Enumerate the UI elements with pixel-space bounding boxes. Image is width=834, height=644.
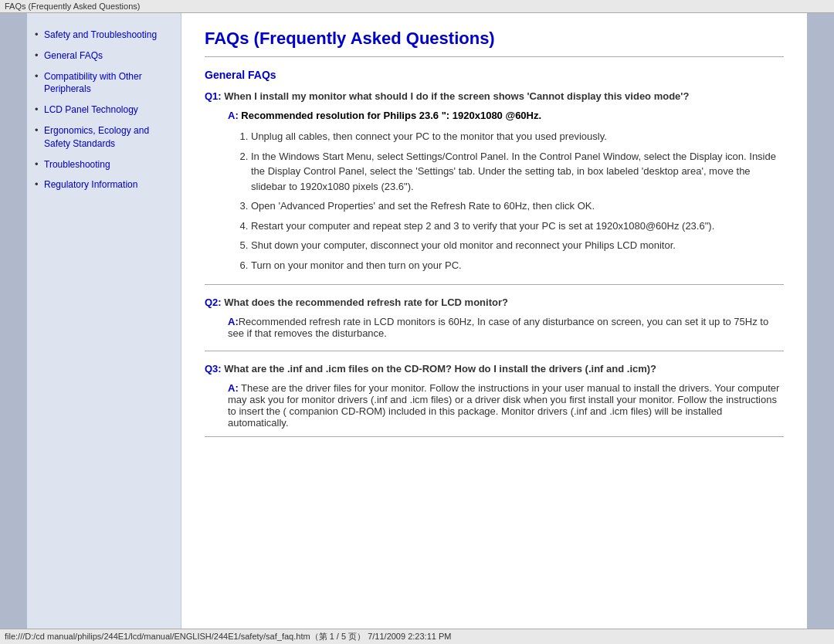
question-3: Q3: What are the .inf and .icm files on … bbox=[205, 363, 784, 375]
sidebar-link-ergonomics[interactable]: Ergonomics, Ecology and Safety Standards bbox=[44, 125, 149, 149]
sidebar-item-compatibility[interactable]: Compatibility with Other Peripherals bbox=[35, 70, 173, 97]
status-bar-text: file:///D:/cd manual/philips/244E1/lcd/m… bbox=[5, 632, 451, 641]
a1-label: A: bbox=[228, 110, 239, 121]
a1-heading-text: Recommended resolution for Philips 23.6 … bbox=[239, 110, 541, 121]
step-3: Open 'Advanced Properties' and set the R… bbox=[251, 198, 784, 214]
a2-label: A: bbox=[228, 316, 239, 327]
divider-after-q3 bbox=[205, 436, 784, 437]
q2-label: Q2: bbox=[205, 297, 222, 308]
q3-label: Q3: bbox=[205, 363, 222, 375]
step-4: Restart your computer and repeat step 2 … bbox=[251, 219, 784, 234]
sidebar-link-safety[interactable]: Safety and Troubleshooting bbox=[44, 29, 157, 40]
a3-label: A: bbox=[228, 382, 239, 394]
sidebar-item-safety[interactable]: Safety and Troubleshooting bbox=[35, 29, 173, 42]
section-title: General FAQs bbox=[205, 69, 784, 81]
top-divider bbox=[205, 56, 784, 57]
q2-text: What does the recommended refresh rate f… bbox=[222, 297, 508, 308]
right-decorative-panel bbox=[807, 13, 834, 629]
main-content: FAQs (Frequently Asked Questions) Genera… bbox=[181, 13, 807, 629]
left-decorative-panel bbox=[0, 13, 27, 629]
answer-1-steps: Unplug all cables, then connect your PC … bbox=[205, 129, 784, 273]
answer-1-heading: A: Recommended resolution for Philips 23… bbox=[205, 110, 784, 121]
status-bar: file:///D:/cd manual/philips/244E1/lcd/m… bbox=[0, 629, 834, 644]
sidebar-item-regulatory[interactable]: Regulatory Information bbox=[35, 178, 173, 192]
sidebar-item-general[interactable]: General FAQs bbox=[35, 49, 173, 63]
title-bar: FAQs (Frequently Asked Questions) bbox=[0, 0, 834, 13]
sidebar-link-troubleshooting[interactable]: Troubleshooting bbox=[44, 159, 110, 170]
sidebar-item-troubleshooting[interactable]: Troubleshooting bbox=[35, 158, 173, 171]
sidebar-item-lcd[interactable]: LCD Panel Technology bbox=[35, 103, 173, 117]
step-6: Turn on your monitor and then turn on yo… bbox=[251, 258, 784, 273]
sidebar-item-ergonomics[interactable]: Ergonomics, Ecology and Safety Standards bbox=[35, 124, 173, 151]
step-1: Unplug all cables, then connect your PC … bbox=[251, 129, 784, 144]
sidebar: Safety and Troubleshooting General FAQs … bbox=[27, 13, 181, 629]
a3-text: These are the driver files for your moni… bbox=[228, 382, 779, 429]
sidebar-link-regulatory[interactable]: Regulatory Information bbox=[44, 179, 137, 190]
a2-text: Recommended refresh rate in LCD monitors… bbox=[228, 316, 768, 339]
title-bar-text: FAQs (Frequently Asked Questions) bbox=[5, 2, 140, 11]
question-1: Q1: When I install my monitor what shoul… bbox=[205, 90, 784, 102]
step-2: In the Windows Start Menu, select Settin… bbox=[251, 149, 784, 195]
divider-after-q1 bbox=[205, 284, 784, 285]
main-area: Safety and Troubleshooting General FAQs … bbox=[27, 13, 807, 629]
divider-after-q2 bbox=[205, 351, 784, 351]
sidebar-link-general[interactable]: General FAQs bbox=[44, 50, 103, 61]
q1-text: When I install my monitor what should I … bbox=[222, 90, 690, 102]
sidebar-link-lcd[interactable]: LCD Panel Technology bbox=[44, 104, 138, 115]
question-2: Q2: What does the recommended refresh ra… bbox=[205, 297, 784, 308]
answer-2: A:Recommended refresh rate in LCD monito… bbox=[205, 316, 784, 339]
page-title: FAQs (Frequently Asked Questions) bbox=[205, 29, 784, 49]
answer-3: A: These are the driver files for your m… bbox=[205, 382, 784, 429]
step-5: Shut down your computer, disconnect your… bbox=[251, 238, 784, 253]
sidebar-link-compatibility[interactable]: Compatibility with Other Peripherals bbox=[44, 71, 142, 95]
q3-text: What are the .inf and .icm files on the … bbox=[222, 363, 656, 375]
q1-label: Q1: bbox=[205, 90, 222, 102]
sidebar-nav: Safety and Troubleshooting General FAQs … bbox=[35, 29, 173, 192]
